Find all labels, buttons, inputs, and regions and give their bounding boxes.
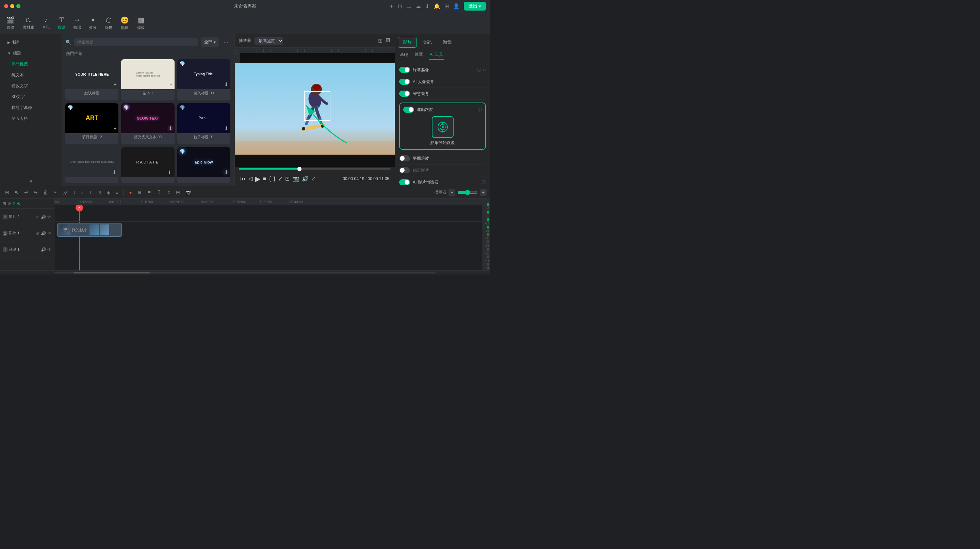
collapse-sidebar[interactable]: ◀ [0, 176, 61, 186]
share-icon[interactable]: ✈ [389, 3, 394, 10]
toolbar-filters[interactable]: ⬡ 濾鏡 [102, 14, 116, 32]
start-tracking-button[interactable] [432, 116, 453, 138]
mic-tool[interactable]: 🎙 [155, 189, 163, 196]
tab-color[interactable]: 顏色 [438, 37, 456, 48]
nav-titles[interactable]: ▼ 標題 [2, 48, 59, 59]
window-icon[interactable]: ▭ [406, 3, 411, 10]
track-link-icon[interactable]: ⊕ [17, 201, 21, 206]
track-eye-icon-2[interactable]: 👁 [47, 215, 51, 219]
undo-tool[interactable]: ↩ [22, 189, 30, 196]
track-volume-icon-a1[interactable]: 🔊 [41, 247, 46, 252]
toolbar-effects[interactable]: ✦ 效果 [86, 14, 100, 32]
close-button[interactable] [4, 4, 8, 8]
toolbar-titles[interactable]: T 標題 [54, 14, 69, 32]
more-tool[interactable]: » [115, 189, 121, 196]
track-volume-icon-2[interactable]: 🔊 [41, 215, 46, 219]
zoom-in-button[interactable]: + [480, 189, 487, 196]
music-tool[interactable]: ♫ [165, 189, 172, 196]
video-clip-1[interactable]: 🎬 我的影片 [57, 223, 122, 237]
subtab-mask[interactable]: 遮罩 [414, 50, 424, 60]
track-row-video1[interactable]: 🎬 我的影片 [54, 222, 482, 238]
title-card-holiday[interactable]: 💎 ART + 节日标题 12 [65, 103, 118, 144]
title-card-glow[interactable]: 💎 GLOW TEXT ⬇ 辉光光束文本 03 [121, 103, 174, 144]
nav-plain[interactable]: 純文本 [2, 70, 59, 80]
insert-button[interactable]: ↙ [278, 176, 282, 182]
filter-button[interactable]: 全部 ▾ [201, 37, 219, 47]
zoom-out-button[interactable]: − [449, 189, 455, 196]
mark-in-button[interactable]: { [269, 176, 271, 182]
tab-audio[interactable]: 音訊 [418, 37, 437, 48]
trim-tool[interactable]: ↕ [72, 189, 77, 196]
screen-tool[interactable]: ⊟ [174, 189, 182, 196]
progress-track[interactable] [239, 168, 391, 169]
bell-icon[interactable]: 🔔 [434, 3, 440, 10]
track-row-video2[interactable] [54, 205, 482, 222]
screen-icon[interactable]: ⊡ [398, 3, 402, 10]
maximize-button[interactable] [16, 4, 21, 8]
select-tool[interactable]: ↖ [13, 189, 21, 196]
title-card-lorem[interactable]: lorem ipsum dolor sit amet consectetur ⬇ [65, 147, 118, 183]
motion-tracking-info-icon[interactable]: ⓘ [478, 107, 482, 113]
record-tool[interactable]: ● [127, 189, 134, 196]
title-card-epic-glow[interactable]: 💎 Epic Glow ⬇ [177, 147, 231, 183]
mark-out-button[interactable]: } [274, 176, 275, 182]
layout-button[interactable]: ⊡ [285, 176, 290, 182]
delete-tool[interactable]: 🗑 [41, 189, 50, 196]
nav-3d[interactable]: 3D文字 [2, 92, 59, 102]
scrollbar-thumb[interactable] [73, 272, 150, 273]
ai-enhance-toggle[interactable] [399, 179, 410, 185]
snap-tool[interactable]: ⊕ [136, 189, 143, 196]
stabilize-toggle[interactable] [399, 167, 410, 173]
title-card-basic1[interactable]: Lorem ipsumlorem ipsum dolor sit + 基本 1 [121, 59, 174, 101]
track-add-icon-1[interactable]: ⊕ [36, 231, 40, 236]
redo-tool[interactable]: ↪ [32, 189, 40, 196]
title-card-default[interactable]: YOUR TITLE HERE + 默认标题 [65, 59, 118, 101]
minimize-button[interactable] [10, 4, 14, 8]
export-button[interactable]: 匯出 ▾ [464, 2, 486, 11]
toolbar-stickers[interactable]: 😊 貼圖 [117, 14, 132, 32]
title-card-typing[interactable]: 💎 Typing Title. ⬇ 键入标题 09 [177, 59, 231, 101]
audio-tool[interactable]: ♪ [79, 189, 85, 196]
track-add-icon-2[interactable]: ⊕ [36, 215, 40, 219]
nav-my[interactable]: ▶ 我的 [2, 37, 59, 48]
text-tool[interactable]: T [87, 189, 94, 196]
quality-select[interactable]: 最高品質 [255, 37, 283, 45]
volume-button[interactable]: 🔊 [302, 176, 309, 182]
ai-portrait-toggle[interactable] [399, 79, 410, 85]
title-card-particle[interactable]: 💎 Par... ⬇ 粒子标题 01 [177, 103, 231, 144]
toolbar-media[interactable]: 🎬 媒體 [3, 14, 18, 32]
play-button[interactable]: ▶ [255, 175, 260, 183]
green-screen-info-icon[interactable]: ⓘ [477, 67, 481, 73]
toolbar-audio[interactable]: ♪ 音訊 [39, 14, 53, 32]
grid-view-icon[interactable]: ⊞ [378, 37, 382, 44]
nav-persona[interactable]: 第五人格 [2, 113, 59, 124]
track-eye-icon-1[interactable]: 👁 [47, 231, 51, 236]
progress-bar-area[interactable] [235, 167, 395, 171]
fullscreen-icon[interactable]: 🖼 [385, 37, 391, 44]
nav-hot[interactable]: 熱門推薦 [2, 59, 59, 69]
subtab-basic[interactable]: 基礎 [399, 50, 409, 60]
nav-special[interactable]: 特效文字 [2, 81, 59, 91]
track-eye-icon-a1[interactable]: 👁 [47, 247, 51, 252]
toolbar-transitions[interactable]: ↔ 轉場 [70, 14, 84, 32]
tab-video[interactable]: 影片 [398, 37, 417, 48]
cut-tool[interactable]: ✂ [52, 189, 59, 196]
ai-enhance-info-icon[interactable]: ⓘ [482, 179, 486, 185]
green-screen-toggle[interactable] [399, 67, 410, 73]
layout-tool[interactable]: ⊞ [3, 189, 11, 196]
track-layout-icon[interactable]: ⊞ [3, 201, 6, 206]
smart-cutout-toggle[interactable] [399, 91, 410, 97]
step-back-button[interactable]: ◁ [248, 176, 253, 182]
timeline-scrollbar[interactable] [0, 270, 490, 274]
track-row-audio1[interactable] [54, 238, 482, 254]
toolbar-templates[interactable]: ▦ 模板 [134, 14, 148, 32]
title-card-radiate[interactable]: RADIATE ⬇ [121, 147, 174, 183]
crop-tool[interactable]: ⊡ [95, 189, 103, 196]
search-input[interactable] [74, 38, 198, 46]
snapshot-button[interactable]: 📷 [292, 176, 299, 182]
subtab-ai[interactable]: AI 工具 [429, 50, 444, 60]
split-tool[interactable]: ⌭ [61, 189, 69, 196]
track-sync-icon[interactable]: ⊕ [12, 201, 16, 206]
progress-thumb[interactable] [298, 167, 301, 171]
download-icon[interactable]: ⬇ [425, 3, 430, 10]
